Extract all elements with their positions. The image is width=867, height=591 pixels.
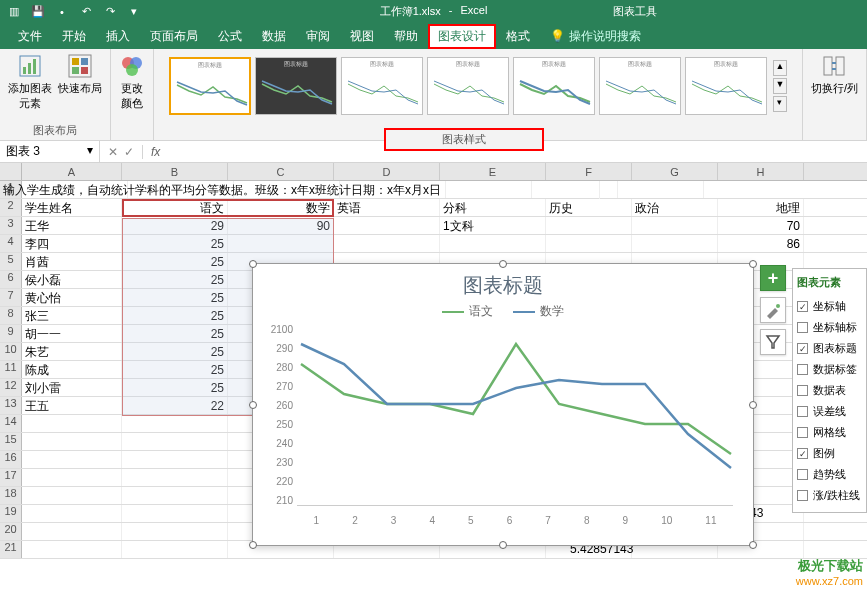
tab-formulas[interactable]: 公式 [208, 24, 252, 49]
chart-elements-button[interactable]: + [760, 265, 786, 291]
checkbox[interactable] [797, 490, 808, 501]
element-option[interactable]: 误差线 [797, 401, 862, 422]
element-option[interactable]: 坐标轴标 [797, 317, 862, 338]
tab-help[interactable]: 帮助 [384, 24, 428, 49]
quick-access-toolbar: ▥ 💾 • ↶ ↷ ▾ [0, 4, 148, 20]
table-row[interactable]: 4李四2586 [0, 235, 867, 253]
table-row[interactable]: 3王华29901文科70 [0, 217, 867, 235]
tab-insert[interactable]: 插入 [96, 24, 140, 49]
style-thumb-7[interactable]: 图表标题 [685, 57, 767, 115]
col-G[interactable]: G [632, 163, 718, 180]
switch-row-col-button[interactable]: 切换行/列 [811, 53, 858, 96]
col-B[interactable]: B [122, 163, 228, 180]
col-A[interactable]: A [22, 163, 122, 180]
element-option[interactable]: 网格线 [797, 422, 862, 443]
name-box[interactable]: 图表 3▾ [0, 141, 100, 162]
x-axis: 1234567891011 [297, 515, 733, 526]
tab-chartdesign[interactable]: 图表设计 [428, 24, 496, 49]
legend-swatch-2 [513, 311, 535, 313]
chart-styles-button[interactable] [760, 297, 786, 323]
style-thumb-2[interactable]: 图表标题 [255, 57, 337, 115]
style-thumb-6[interactable]: 图表标题 [599, 57, 681, 115]
tab-file[interactable]: 文件 [8, 24, 52, 49]
element-option[interactable]: 涨/跌柱线 [797, 485, 862, 506]
col-E[interactable]: E [440, 163, 546, 180]
col-F[interactable]: F [546, 163, 632, 180]
table-row[interactable]: 2学生姓名语文数学英语分科历史政治地理 [0, 199, 867, 217]
add-chart-element-button[interactable]: 添加图表 元素 [8, 53, 52, 111]
y-axis: 2100290280270260250240230220210 [261, 324, 293, 506]
style-thumb-4[interactable]: 图表标题 [427, 57, 509, 115]
tell-me-search[interactable]: 💡 操作说明搜索 [550, 28, 641, 45]
tab-pagelayout[interactable]: 页面布局 [140, 24, 208, 49]
chart-elements-panel: 图表元素 ✓坐标轴坐标轴标✓图表标题数据标签数据表误差线网格线✓图例趋势线涨/跌… [792, 268, 867, 513]
app-name: Excel [460, 4, 487, 19]
checkbox[interactable]: ✓ [797, 448, 808, 459]
table-row[interactable]: 1输入学生成绩，自动统计学科的平均分等数据。班级：x年x班统计日期：x年x月x日 [0, 181, 867, 199]
enter-icon[interactable]: ✓ [124, 145, 134, 159]
tab-home[interactable]: 开始 [52, 24, 96, 49]
redo-icon[interactable]: ↷ [102, 4, 118, 20]
styles-group-label: 图表样式 [384, 128, 544, 151]
checkbox[interactable]: ✓ [797, 343, 808, 354]
qat-sep: • [54, 4, 70, 20]
style-thumb-3[interactable]: 图表标题 [341, 57, 423, 115]
chart-side-buttons: + [760, 265, 786, 355]
file-name: 工作簿1.xlsx [380, 4, 441, 19]
checkbox[interactable] [797, 385, 808, 396]
gallery-up-icon[interactable]: ▲ [773, 60, 787, 76]
ribbon-group-data: 切换行/列 [803, 49, 867, 140]
svg-rect-12 [824, 57, 832, 75]
element-option[interactable]: 数据标签 [797, 359, 862, 380]
col-C[interactable]: C [228, 163, 334, 180]
svg-point-11 [126, 64, 138, 76]
tab-view[interactable]: 视图 [340, 24, 384, 49]
chevron-down-icon[interactable]: ▾ [87, 143, 93, 160]
ribbon-tabs: 文件 开始 插入 页面布局 公式 数据 审阅 视图 帮助 图表设计 格式 💡 操… [0, 23, 867, 49]
element-option[interactable]: 数据表 [797, 380, 862, 401]
window-title: 工作簿1.xlsx - Excel [380, 4, 488, 19]
add-element-icon [17, 53, 43, 79]
undo-icon[interactable]: ↶ [78, 4, 94, 20]
style-thumb-1[interactable]: 图表标题 [169, 57, 251, 115]
gallery-down-icon[interactable]: ▼ [773, 78, 787, 94]
embedded-chart[interactable]: 图表标题 语文 数学 21002902802702602502402302202… [252, 263, 754, 546]
checkbox[interactable]: ✓ [797, 301, 808, 312]
checkbox[interactable] [797, 364, 808, 375]
checkbox[interactable] [797, 427, 808, 438]
contextual-tab-label: 图表工具 [613, 4, 657, 19]
change-colors-button[interactable]: 更改 颜色 [119, 53, 145, 111]
svg-rect-3 [33, 59, 36, 74]
element-option[interactable]: ✓图例 [797, 443, 862, 464]
quick-layout-button[interactable]: 快速布局 [58, 53, 102, 96]
col-D[interactable]: D [334, 163, 440, 180]
tab-format[interactable]: 格式 [496, 24, 540, 49]
chart-title[interactable]: 图表标题 [253, 264, 753, 303]
select-all-corner[interactable] [0, 163, 22, 180]
lightbulb-icon: 💡 [550, 29, 565, 43]
chart-plot-area[interactable]: 2100290280270260250240230220210 12345678… [297, 324, 733, 524]
col-H[interactable]: H [718, 163, 804, 180]
tab-data[interactable]: 数据 [252, 24, 296, 49]
style-thumb-5[interactable]: 图表标题 [513, 57, 595, 115]
gallery-more-icon[interactable]: ▾ [773, 96, 787, 112]
chart-legend[interactable]: 语文 数学 [253, 303, 753, 324]
ribbon-group-styles: 图表标题 图表标题 图表标题 图表标题 图表标题 图表标题 图表标题 ▲ ▼ ▾ [154, 49, 803, 140]
element-option[interactable]: ✓坐标轴 [797, 296, 862, 317]
checkbox[interactable] [797, 322, 808, 333]
svg-point-14 [776, 304, 780, 308]
element-option[interactable]: 趋势线 [797, 464, 862, 485]
svg-rect-1 [23, 67, 26, 74]
chart-styles-gallery[interactable]: 图表标题 图表标题 图表标题 图表标题 图表标题 图表标题 图表标题 ▲ ▼ ▾ [165, 53, 791, 119]
fx-label: fx [143, 145, 160, 159]
cancel-icon[interactable]: ✕ [108, 145, 118, 159]
tab-review[interactable]: 审阅 [296, 24, 340, 49]
element-option[interactable]: ✓图表标题 [797, 338, 862, 359]
save-icon[interactable]: 💾 [30, 4, 46, 20]
checkbox[interactable] [797, 406, 808, 417]
dropdown-icon[interactable]: ▾ [126, 4, 142, 20]
chart-filters-button[interactable] [760, 329, 786, 355]
svg-rect-6 [81, 58, 88, 65]
checkbox[interactable] [797, 469, 808, 480]
title-bar: ▥ 💾 • ↶ ↷ ▾ 工作簿1.xlsx - Excel 图表工具 [0, 0, 867, 23]
